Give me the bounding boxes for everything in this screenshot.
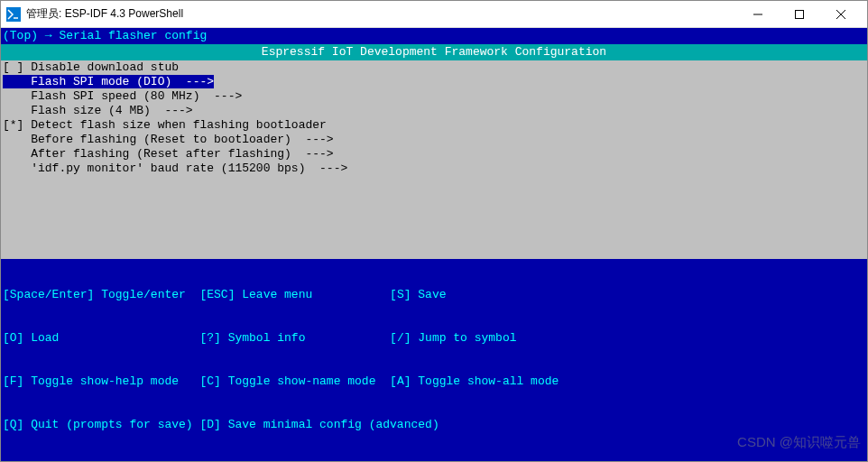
minimize-button[interactable] xyxy=(737,2,779,27)
svg-rect-1 xyxy=(796,10,804,18)
app-window: 管理员: ESP-IDF 4.3 PowerShell (Top) → Seri… xyxy=(0,0,868,462)
menu-item[interactable]: Before flashing (Reset to bootloader) --… xyxy=(3,133,334,146)
help-symbol-info: [?] Symbol info xyxy=(199,331,390,345)
help-row-2: [O] Load [?] Symbol info [/] Jump to sym… xyxy=(3,331,865,346)
help-row-4: [Q] Quit (prompts for save) [D] Save min… xyxy=(3,418,865,432)
config-title: Espressif IoT Development Framework Conf… xyxy=(1,44,867,60)
breadcrumb-bar: (Top) → Serial flasher config xyxy=(1,28,867,44)
help-quit: [Q] Quit (prompts for save) xyxy=(3,418,199,431)
help-save: [S] Save xyxy=(390,288,446,301)
menu-item[interactable]: After flashing (Reset after flashing) --… xyxy=(3,147,334,161)
close-button[interactable] xyxy=(820,2,862,27)
titlebar: 管理员: ESP-IDF 4.3 PowerShell xyxy=(1,1,867,28)
window-title: 管理员: ESP-IDF 4.3 PowerShell xyxy=(26,6,737,22)
window-controls xyxy=(737,2,862,27)
menu-item[interactable]: 'idf.py monitor' baud rate (115200 bps) … xyxy=(3,162,347,175)
menu-item[interactable]: [*] Detect flash size when flashing boot… xyxy=(3,118,327,132)
maximize-button[interactable] xyxy=(779,2,820,27)
help-space-enter: [Space/Enter] Toggle/enter xyxy=(3,288,199,301)
terminal-content: (Top) → Serial flasher config Espressif … xyxy=(1,28,867,461)
help-jump: [/] Jump to symbol xyxy=(390,331,516,345)
menu-item[interactable]: Flash SPI mode (DIO) ---> xyxy=(3,75,214,88)
help-row-3: [F] Toggle show-help mode [C] Toggle sho… xyxy=(3,374,865,389)
help-load: [O] Load xyxy=(3,331,199,345)
menu-item[interactable]: Flash size (4 MB) ---> xyxy=(3,104,193,117)
menu-item[interactable]: [ ] Disable download stub xyxy=(3,60,179,74)
help-row-1: [Space/Enter] Toggle/enter [ESC] Leave m… xyxy=(3,288,865,302)
menu-area[interactable]: [ ] Disable download stub Flash SPI mode… xyxy=(1,60,867,259)
help-showhelp: [F] Toggle show-help mode xyxy=(3,374,199,388)
help-bar: [Space/Enter] Toggle/enter [ESC] Leave m… xyxy=(1,259,867,461)
help-showall: [A] Toggle show-all mode xyxy=(390,374,559,388)
help-saveminimal: [D] Save minimal config (advanced) xyxy=(199,418,439,431)
help-esc: [ESC] Leave menu xyxy=(199,288,390,301)
help-showname: [C] Toggle show-name mode xyxy=(199,374,390,388)
menu-item[interactable]: Flash SPI speed (80 MHz) ---> xyxy=(3,89,242,103)
powershell-icon xyxy=(6,7,21,22)
